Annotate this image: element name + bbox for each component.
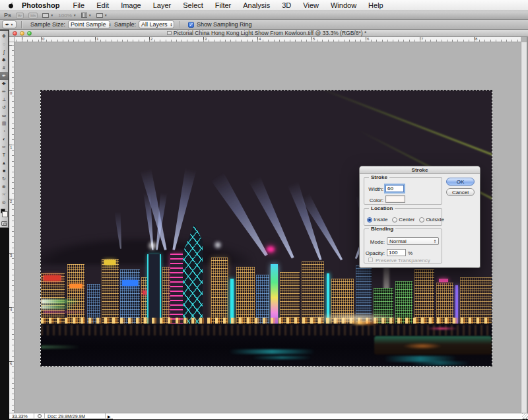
ok-button[interactable]: OK	[446, 178, 475, 186]
tools-panel: ✥◌ʃ✱#✒✚✏⊥↺▭▥◔◐✑T▲■↻⊛☞⊙	[0, 30, 9, 228]
sample-size-dropdown[interactable]: Point Sample ▲▼	[68, 20, 110, 28]
ruler-number: 5	[10, 362, 12, 366]
photo-beam-glow	[148, 241, 157, 250]
status-proxy-button[interactable]	[34, 413, 45, 419]
menu-analysis[interactable]: Analysis	[237, 1, 276, 9]
sample-size-label: Sample Size:	[30, 21, 65, 28]
tool-path-selection[interactable]: ▲	[0, 159, 9, 167]
canvas-area[interactable]: Stroke Stroke Width: Color: OK Cancel Lo…	[15, 42, 521, 413]
zoom-level-dropdown[interactable]: 100%▼	[58, 13, 76, 18]
photo-boat-right-glow	[403, 343, 442, 349]
view-extras-button[interactable]: ▼	[42, 13, 53, 18]
tool-lasso[interactable]: ʃ	[0, 48, 9, 56]
radio-center[interactable]: Center	[392, 217, 414, 223]
width-label: Width:	[364, 186, 383, 192]
menu-3d[interactable]: 3D	[276, 1, 297, 9]
menu-image[interactable]: Image	[115, 1, 147, 9]
ruler-number: 0	[42, 37, 44, 41]
tool-marquee[interactable]: ◌	[0, 40, 9, 48]
launch-minibridge-button[interactable]: Mb	[28, 13, 38, 18]
launch-bridge-button[interactable]: Br	[16, 13, 24, 18]
tool-history-brush[interactable]: ↺	[0, 104, 9, 112]
color-swatches[interactable]	[0, 209, 9, 219]
menu-help[interactable]: Help	[362, 1, 389, 9]
tool-hand[interactable]: ☞	[0, 191, 9, 199]
tool-type[interactable]: T	[0, 151, 9, 159]
chevron-down-icon: ▼	[50, 13, 53, 17]
location-group-legend: Location	[369, 205, 395, 211]
menu-items: PhotoshopFileEditImageLayerSelectFilterA…	[16, 1, 389, 9]
document-titlebar[interactable]: Pictorial China Hong Kong Light Show Fro…	[9, 30, 528, 37]
radio-label: Inside	[374, 217, 387, 223]
radio-outside[interactable]: Outside	[419, 217, 444, 223]
view-extras-icon	[42, 13, 49, 18]
tool-3d-rotate[interactable]: ↻	[0, 175, 9, 183]
tool-zoom[interactable]: ⊙	[0, 199, 9, 207]
menu-layer[interactable]: Layer	[147, 1, 178, 9]
photo-building	[236, 267, 255, 325]
stroke-dialog-title[interactable]: Stroke	[360, 166, 480, 174]
ruler-number: 5	[313, 37, 315, 41]
divider	[179, 21, 180, 28]
stepper-icon: ▲▼	[109, 22, 112, 26]
tool-dodge[interactable]: ◐	[0, 135, 9, 143]
menu-view[interactable]: View	[297, 1, 325, 9]
tool-3d-orbit[interactable]: ⊛	[0, 183, 9, 191]
stroke-color-swatch[interactable]	[385, 195, 405, 203]
location-group: Location InsideCenterOutside	[364, 208, 442, 226]
tool-quick-selection[interactable]: ✱	[0, 56, 9, 64]
tool-move[interactable]: ✥	[0, 32, 9, 40]
photo-boat-small	[350, 321, 379, 325]
radio-label: Outside	[426, 217, 444, 223]
vertical-scrollbar[interactable]	[521, 42, 527, 413]
resize-grip[interactable]	[522, 413, 528, 419]
tool-clone-stamp[interactable]: ⊥	[0, 96, 9, 104]
status-circle-icon	[38, 414, 42, 418]
tool-eraser[interactable]: ▭	[0, 112, 9, 120]
menu-photoshop[interactable]: Photoshop	[16, 1, 67, 9]
photo-building	[280, 272, 300, 325]
vertical-ruler: 012345	[9, 42, 15, 413]
show-sampling-ring-checkbox[interactable]: ✓	[188, 22, 194, 28]
radio-inside[interactable]: Inside	[367, 217, 387, 223]
menu-select[interactable]: Select	[177, 1, 209, 9]
preserve-transparency-checkbox[interactable]	[368, 258, 373, 262]
tool-crop[interactable]: #	[0, 64, 9, 72]
tool-healing-brush[interactable]: ✚	[0, 80, 9, 88]
foreground-color-swatch[interactable]	[2, 211, 8, 217]
mode-dropdown[interactable]: Normal ▲▼	[387, 237, 439, 245]
horizontal-scrollbar[interactable]	[113, 413, 522, 419]
ruler-number: 6	[367, 37, 369, 41]
quick-mask-button[interactable]	[1, 221, 7, 226]
radio-button-icon	[392, 217, 397, 223]
apple-menu-icon[interactable]	[5, 1, 16, 9]
width-input[interactable]	[385, 185, 404, 192]
menu-window[interactable]: Window	[325, 1, 362, 9]
photoshop-application: PhotoshopFileEditImageLayerSelectFilterA…	[0, 0, 528, 420]
tool-eyedropper[interactable]: ✒	[0, 72, 9, 80]
zoom-window-icon[interactable]	[27, 31, 32, 36]
close-window-icon[interactable]	[13, 31, 17, 36]
tool-pen[interactable]: ✑	[0, 143, 9, 151]
status-flyout-button[interactable]: ▶	[106, 414, 113, 419]
percent-suffix: %	[408, 250, 414, 256]
minimize-window-icon[interactable]	[20, 31, 24, 36]
opacity-input[interactable]	[387, 249, 406, 256]
tool-blur[interactable]: ◔	[0, 127, 9, 135]
zoom-percent-field[interactable]: 33.33%	[9, 413, 34, 419]
sample-dropdown[interactable]: All Layers ▲▼	[139, 20, 174, 28]
screen-mode-button[interactable]: ▼	[96, 13, 108, 18]
menu-filter[interactable]: Filter	[209, 1, 237, 9]
menu-edit[interactable]: Edit	[90, 1, 115, 9]
menu-file[interactable]: File	[67, 1, 90, 9]
chevron-down-icon: ▼	[104, 13, 108, 17]
tool-shape[interactable]: ■	[0, 167, 9, 175]
arrange-documents-button[interactable]: ▼	[81, 13, 92, 18]
tool-brush[interactable]: ✏	[0, 88, 9, 96]
document-title: Pictorial China Hong Kong Light Show Fro…	[167, 30, 366, 36]
cancel-button[interactable]: Cancel	[446, 188, 475, 196]
stroke-group: Stroke Width: Color:	[364, 177, 442, 205]
arrange-documents-icon	[81, 13, 87, 18]
tool-gradient[interactable]: ▥	[0, 120, 9, 127]
tool-preset-picker[interactable]: ✒▼	[2, 20, 16, 28]
